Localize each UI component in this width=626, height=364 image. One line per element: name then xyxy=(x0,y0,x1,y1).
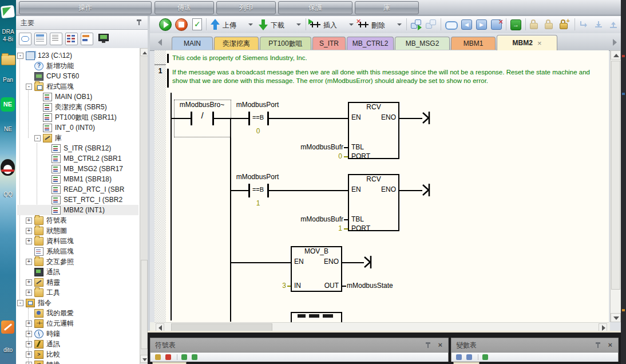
editor-vscrollbar[interactable] xyxy=(610,50,621,322)
tree-item-pou[interactable]: MAIN (OB1) xyxy=(17,92,138,102)
delete-label[interactable]: 刪除 xyxy=(371,21,385,30)
pin-icon[interactable] xyxy=(136,19,142,26)
folder-icon[interactable] xyxy=(1,55,15,65)
address-box-icon[interactable] xyxy=(445,21,458,30)
expander-icon[interactable]: + xyxy=(26,238,32,244)
delete-menu-caret[interactable] xyxy=(397,23,402,26)
tree-item-pou[interactable]: INT_0 (INT0) xyxy=(17,122,138,133)
tree-item-pou[interactable]: MB_CTRL2 (SBR1 xyxy=(17,153,138,164)
compare-operand[interactable]: mModbusPort xyxy=(229,101,286,109)
expander-icon[interactable]: + xyxy=(26,217,32,224)
port-operand[interactable]: 1 xyxy=(320,224,342,232)
ribbon-button-operation[interactable]: 操作 xyxy=(19,1,152,14)
tree-item-status-chart[interactable]: +狀態圖 xyxy=(17,225,138,236)
tree-item-instructions[interactable]: -指令 xyxy=(17,298,138,308)
ribbon-button-library[interactable]: 庫 xyxy=(355,1,419,14)
tab-mb-ctrl2[interactable]: MB_CTRL2 xyxy=(347,37,394,50)
bookmark-next-icon[interactable]: ▶ xyxy=(476,19,487,30)
expander-icon[interactable]: - xyxy=(17,53,23,59)
tree-item-clock[interactable]: +時鐘 xyxy=(17,329,138,339)
monitor-icon[interactable] xyxy=(97,33,110,45)
tab-s-itr[interactable]: S_ITR xyxy=(312,37,346,50)
tab-scroll-left-icon[interactable] xyxy=(156,36,165,49)
download-menu-caret[interactable] xyxy=(296,23,301,26)
download-label[interactable]: 下載 xyxy=(271,21,284,30)
mini-icon[interactable] xyxy=(482,354,488,360)
tab-scroll-right-icon[interactable] xyxy=(610,36,619,49)
branch-right-icon[interactable] xyxy=(579,20,588,29)
close-icon[interactable]: × xyxy=(608,341,612,349)
tree-item-pou[interactable]: READ_RTC_I (SBR xyxy=(17,184,138,195)
out-operand[interactable]: mModbusState xyxy=(347,282,393,290)
table-view-icon[interactable] xyxy=(34,33,47,45)
tree-item-favorites[interactable]: 我的最愛 xyxy=(17,308,138,318)
insert-label[interactable]: 插入 xyxy=(323,21,337,30)
prev-pou-icon[interactable] xyxy=(426,19,437,29)
tab-mb-msg2[interactable]: MB_MSG2 xyxy=(395,37,450,50)
port-operand[interactable]: 0 xyxy=(320,152,342,160)
tree-item-wizards[interactable]: +精靈 xyxy=(17,277,138,287)
tree-item-pou[interactable]: S_ITR (SBR12) xyxy=(17,143,138,153)
ribbon-button-print[interactable]: 列印 xyxy=(216,1,276,14)
tree-item-library[interactable]: -庫 xyxy=(17,133,138,143)
next-pou-icon[interactable] xyxy=(411,19,422,29)
contact-nc[interactable] xyxy=(191,112,192,125)
tree-item-system-block[interactable]: 系統區塊 xyxy=(17,246,138,256)
close-icon[interactable]: × xyxy=(438,341,442,349)
branch-up-icon[interactable] xyxy=(609,20,618,29)
status-chart-icon[interactable] xyxy=(81,33,93,45)
expander-icon[interactable]: - xyxy=(17,300,23,306)
insert-icon[interactable] xyxy=(310,20,320,29)
expander-icon[interactable]: - xyxy=(26,84,32,90)
coreldraw-icon[interactable] xyxy=(1,5,15,18)
tree-item-communications-instr[interactable]: +通訊 xyxy=(17,339,138,349)
run-button[interactable] xyxy=(159,18,172,31)
network-comment[interactable]: If the message was a broadcast message t… xyxy=(172,68,600,85)
upload-label[interactable]: 上傳 xyxy=(223,21,236,30)
expander-icon[interactable]: + xyxy=(26,331,32,337)
tree-item-data-block[interactable]: +資料區塊 xyxy=(17,236,138,246)
mini-icon[interactable] xyxy=(155,354,161,360)
compile-icon[interactable] xyxy=(192,18,202,30)
tree-item-communications[interactable]: 通訊 xyxy=(17,267,138,277)
panel-splitter[interactable] xyxy=(148,16,150,364)
in-operand[interactable]: 3 xyxy=(272,282,286,290)
compare-operand[interactable]: mModbusPort xyxy=(229,173,286,181)
branch-down-icon[interactable] xyxy=(594,20,603,29)
tree-item-symbol-table[interactable]: +符號表 xyxy=(17,215,138,225)
unlock-icon[interactable] xyxy=(545,19,553,29)
expander-icon[interactable]: - xyxy=(34,135,41,141)
mini-icon[interactable] xyxy=(456,354,462,360)
stop-button[interactable] xyxy=(175,18,188,31)
panel-tab[interactable] xyxy=(453,362,480,364)
expander-icon[interactable]: + xyxy=(26,351,32,358)
network-number[interactable]: 1 xyxy=(156,67,164,75)
tree-item-pou[interactable]: MBM1 (SBR18) xyxy=(17,174,138,184)
tag-view-icon[interactable] xyxy=(19,33,31,45)
expander-icon[interactable]: + xyxy=(26,290,32,296)
tree-item-project[interactable]: -123 (C:\12) xyxy=(17,50,138,61)
tree-item-pou[interactable]: 奕潔挖离 (SBR5) xyxy=(17,102,138,112)
tree-scrollbar[interactable] xyxy=(140,48,148,364)
doc-list-icon[interactable] xyxy=(50,33,62,45)
mini-icon[interactable] xyxy=(192,354,197,360)
tab-main[interactable]: MAIN xyxy=(172,37,213,50)
mini-icon[interactable] xyxy=(165,354,171,360)
tree-item-pou[interactable]: SET_RTC_I (SBR2 xyxy=(17,195,138,205)
mini-icon[interactable] xyxy=(181,354,187,360)
mini-icon[interactable] xyxy=(466,354,472,360)
upload-menu-caret[interactable] xyxy=(248,23,253,26)
tree-item-cpu[interactable]: CPU ST60 xyxy=(17,71,138,81)
delete-icon[interactable]: ✕ xyxy=(358,20,369,29)
lock-icon[interactable] xyxy=(530,19,538,29)
tbl-operand[interactable]: mModbusBufr xyxy=(285,143,343,151)
compare-value[interactable]: 1 xyxy=(249,199,267,207)
ribbon-button-protect[interactable]: 保護 xyxy=(278,1,352,14)
editor-hscrollbar-thumb[interactable] xyxy=(171,323,272,331)
tab-pt100[interactable]: PT100數咀 xyxy=(260,37,311,50)
tree-item-program-blocks[interactable]: -程式區塊 xyxy=(17,81,138,92)
line-app-icon[interactable]: NE xyxy=(1,97,15,112)
bookmark-prev-icon[interactable]: ◀ xyxy=(461,19,472,30)
expander-icon[interactable]: + xyxy=(26,321,32,327)
tbl-operand[interactable]: mModbusBufr xyxy=(285,215,343,223)
